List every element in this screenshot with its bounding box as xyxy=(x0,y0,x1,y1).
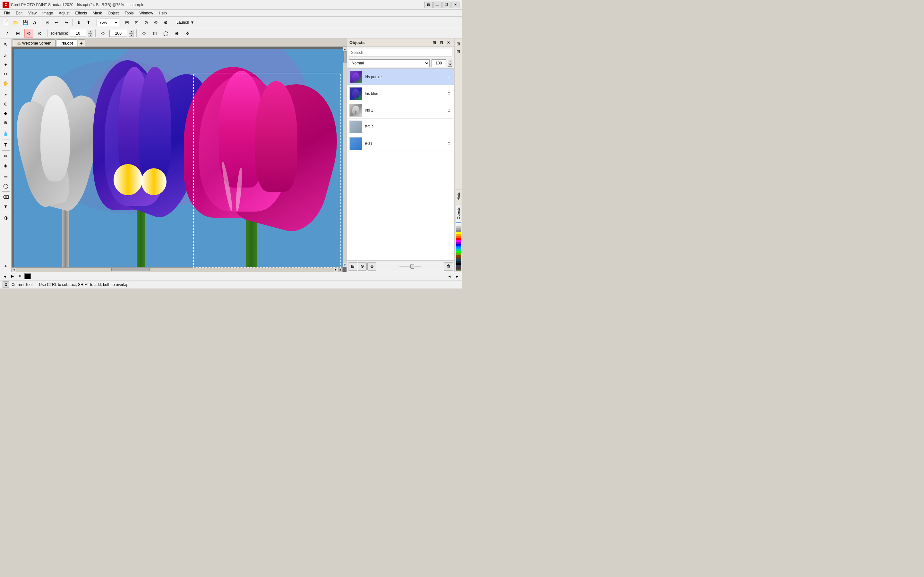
vertical-scrollbar[interactable]: ▲ ▼ xyxy=(342,47,347,268)
print-button[interactable]: 🖨 xyxy=(30,18,39,27)
tolerance-up[interactable]: ▲ xyxy=(88,30,92,33)
opacity-slider-thumb[interactable] xyxy=(410,264,414,269)
transform-up-button[interactable]: ⬆ xyxy=(84,18,93,27)
eraser-tool[interactable]: ⌫ xyxy=(1,193,10,201)
grid-button[interactable]: ⊞ xyxy=(123,18,132,27)
mask-circ-btn[interactable]: ◯ xyxy=(162,29,170,38)
pointer-tool[interactable]: ↖ xyxy=(1,40,10,49)
redo-button[interactable]: ↪ xyxy=(62,18,71,27)
scroll-thumb-h[interactable] xyxy=(111,268,150,271)
fill-tool[interactable]: ▼ xyxy=(1,202,10,211)
menu-help[interactable]: Help xyxy=(156,10,170,16)
snap-button[interactable]: ⊡ xyxy=(132,18,141,27)
sharpen-tool[interactable]: ◆ xyxy=(1,109,10,118)
menu-adjust[interactable]: Adjust xyxy=(56,10,72,16)
pan-tool[interactable]: ✋ xyxy=(1,79,10,88)
add-tool[interactable]: + xyxy=(1,261,10,271)
opacity-up-arrow[interactable]: ▲ xyxy=(448,60,452,63)
maximize-button[interactable]: ❐ xyxy=(442,2,451,8)
delete-object-button[interactable]: 🗑 xyxy=(444,262,453,271)
tolerance-down[interactable]: ▼ xyxy=(88,33,92,37)
menu-mask[interactable]: Mask xyxy=(90,10,105,16)
freehand-mask-tool[interactable]: 🖊 xyxy=(1,51,10,60)
objects-expand-button[interactable]: ⊞ xyxy=(431,39,438,46)
feather-input[interactable] xyxy=(110,30,127,37)
panel-expand-icon[interactable]: ⊞ xyxy=(455,40,462,47)
new-file-button[interactable]: 📄 xyxy=(1,18,10,27)
tolerance-input[interactable] xyxy=(70,30,86,37)
scroll-right-arrow[interactable]: ► xyxy=(334,268,338,272)
gradient-fill-tool[interactable]: ◈ xyxy=(1,161,10,170)
scroll-up-arrow[interactable]: ▲ xyxy=(343,47,347,51)
open-file-button[interactable]: 📁 xyxy=(11,18,20,27)
object-item-iris-blue[interactable]: Iris blue ◻ xyxy=(347,85,454,102)
scroll-down-arrow[interactable]: ▼ xyxy=(343,263,347,268)
hints-vertical-tab[interactable]: Hints xyxy=(456,189,461,203)
launch-button[interactable]: Launch ▼ xyxy=(174,18,197,27)
image-canvas[interactable] xyxy=(14,49,342,268)
add-point-btn[interactable]: ✛ xyxy=(183,29,192,38)
menu-tools[interactable]: Tools xyxy=(122,10,136,16)
object-item-bg1[interactable]: BG1 ◻ xyxy=(347,135,454,152)
ellipse-tool[interactable]: ◯ xyxy=(1,181,10,190)
zoom-corner[interactable]: ⊞ xyxy=(338,268,342,272)
iris-blue-visibility[interactable]: ◻ xyxy=(446,91,452,97)
menu-effects[interactable]: Effects xyxy=(73,10,89,16)
feather-up[interactable]: ▲ xyxy=(129,30,134,33)
mask-rect-btn[interactable]: ⊡ xyxy=(150,29,160,38)
zoom-select[interactable]: 75% 50% 100% 150% 200% xyxy=(97,19,119,26)
save-file-button[interactable]: 💾 xyxy=(21,18,29,27)
scroll-left-arrow[interactable]: ◄ xyxy=(11,268,16,272)
panel-contract-icon[interactable]: ⊡ xyxy=(455,48,462,55)
close-button[interactable]: ✕ xyxy=(451,2,459,8)
objects-collapse-button[interactable]: ⊡ xyxy=(438,39,445,46)
heal-tool[interactable]: ⁕ xyxy=(1,90,10,99)
text-tool[interactable]: T xyxy=(1,140,10,149)
horizontal-scrollbar[interactable]: ◄ ► ⊞ xyxy=(11,268,342,272)
overlap-mode-btn[interactable]: ⊙ xyxy=(35,29,44,38)
menu-object[interactable]: Object xyxy=(105,10,121,16)
menu-view[interactable]: View xyxy=(26,10,39,16)
objects-close-button[interactable]: ✕ xyxy=(445,39,452,46)
iris-1-visibility[interactable]: ◻ xyxy=(446,107,452,113)
view-button[interactable]: ⊙ xyxy=(142,18,151,27)
mask-custom-btn[interactable]: ⊕ xyxy=(172,29,181,38)
nav-next-button[interactable]: ▶ xyxy=(9,273,16,280)
object-item-bg2[interactable]: BG 2 ◻ xyxy=(347,119,454,135)
select-mode-btn[interactable]: ↗ xyxy=(3,29,11,38)
bg1-visibility[interactable]: ◻ xyxy=(446,141,452,147)
snap-left-btn[interactable]: ◄ xyxy=(446,273,453,280)
scroll-thumb-v[interactable] xyxy=(343,51,347,63)
clone-tool[interactable]: ⊙ xyxy=(1,99,10,108)
tab-welcome-screen[interactable]: 🏠 Welcome Screen xyxy=(13,39,55,47)
snap-right-btn[interactable]: ► xyxy=(454,273,461,280)
feather-down[interactable]: ▼ xyxy=(129,33,134,37)
menu-edit[interactable]: Edit xyxy=(13,10,25,16)
settings-button[interactable]: ⚙ xyxy=(161,18,170,27)
paint-brush-tool[interactable]: ✏ xyxy=(1,152,10,161)
undo-button[interactable]: ↩ xyxy=(52,18,61,27)
add-mode-btn[interactable]: ⊞ xyxy=(13,29,23,38)
color-dark-green[interactable] xyxy=(456,269,461,271)
add-tab-button[interactable]: + xyxy=(78,39,85,47)
opacity-input[interactable] xyxy=(431,59,446,67)
restore-button[interactable]: ⊟ xyxy=(424,2,433,8)
opacity-slider-track[interactable] xyxy=(399,266,421,267)
merge-objects-button[interactable]: ⊗ xyxy=(367,262,376,271)
duplicate-object-button[interactable]: ⊙ xyxy=(358,262,367,271)
new-object-button[interactable]: ⊞ xyxy=(348,262,357,271)
object-item-iris-1[interactable]: Iris 1 ◻ xyxy=(347,102,454,119)
rectangle-tool[interactable]: ▭ xyxy=(1,172,10,181)
iris-purple-visibility[interactable]: ◻ xyxy=(446,74,452,80)
nav-prev-button[interactable]: ◄ xyxy=(1,273,8,280)
feather-btn[interactable]: ⊙ xyxy=(99,29,107,38)
tab-iris-cpt[interactable]: Iris.cpt xyxy=(56,39,77,47)
blend-mode-select[interactable]: Normal Multiply Screen Overlay xyxy=(349,59,430,67)
opacity-down-arrow[interactable]: ▼ xyxy=(448,63,452,67)
menu-window[interactable]: Window xyxy=(137,10,156,16)
canvas-main[interactable]: ▲ ▼ ◄ ► ⊞ xyxy=(11,47,347,272)
object-item-iris-purple[interactable]: Iris purple ◻ xyxy=(347,69,454,85)
brush-style-button[interactable]: ✏ xyxy=(17,273,24,280)
crop-tool[interactable]: ✂ xyxy=(1,69,10,79)
eyedropper-tool[interactable]: 💧 xyxy=(1,129,10,138)
